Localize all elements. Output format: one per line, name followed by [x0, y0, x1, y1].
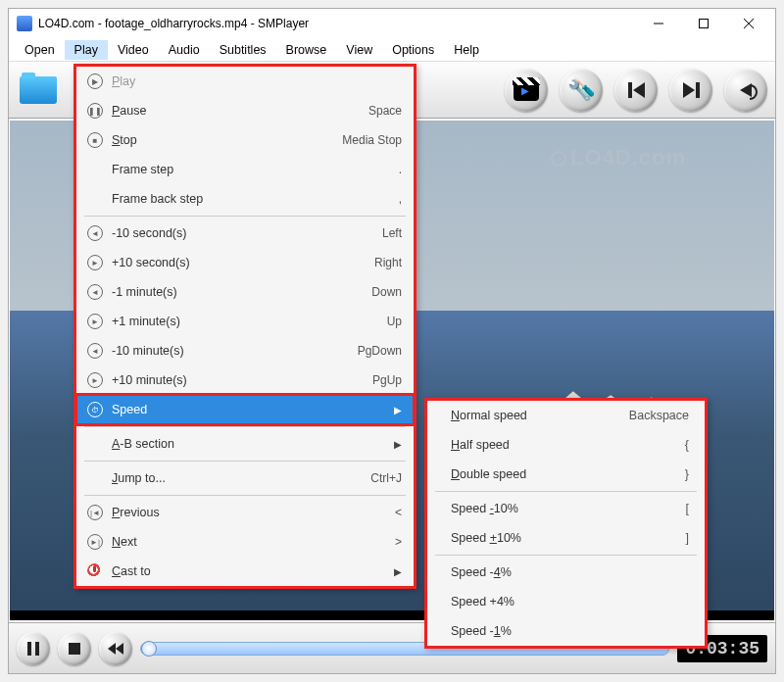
speed-speed-4-[interactable]: Speed +4%	[427, 587, 705, 616]
speed-speed-4-[interactable]: Speed -4%	[427, 558, 705, 587]
play-dropdown: ▶Play❚❚PauseSpace■StopMedia StopFrame st…	[74, 64, 416, 589]
pause-button[interactable]	[17, 632, 50, 665]
back-icon: ◄	[87, 343, 103, 359]
watermark: LO4D.com	[551, 145, 686, 170]
svg-rect-1	[700, 20, 709, 28]
menu-stop[interactable]: ■StopMedia Stop	[76, 125, 414, 155]
seek-thumb[interactable]	[141, 641, 157, 657]
menu-view[interactable]: View	[336, 40, 382, 60]
speed-half-speed[interactable]: Half speed{	[427, 430, 705, 460]
speed-speed-10-[interactable]: Speed -10%[	[427, 494, 705, 523]
folder-icon	[20, 76, 57, 104]
cast-icon	[87, 563, 103, 579]
fwd-icon: ►	[87, 255, 103, 270]
stop-icon: ■	[87, 132, 103, 148]
app-icon	[17, 16, 32, 31]
menu-open[interactable]: Open	[15, 40, 65, 60]
menu-play[interactable]: Play	[65, 40, 108, 60]
volume-button[interactable]	[724, 69, 767, 112]
titlebar: LO4D.com - footage_oldharryrocks.mp4 - S…	[9, 9, 775, 38]
window-title: LO4D.com - footage_oldharryrocks.mp4 - S…	[38, 17, 636, 30]
menu--1-minute-s-[interactable]: ►+1 minute(s)Up	[76, 307, 414, 336]
menu-help[interactable]: Help	[444, 40, 489, 60]
menu-browse[interactable]: Browse	[276, 40, 337, 60]
speed-speed-10-[interactable]: Speed +10%]	[427, 523, 705, 553]
menu--10-minute-s-[interactable]: ►+10 minute(s)PgUp	[76, 365, 414, 395]
menu-pause[interactable]: ❚❚PauseSpace	[76, 96, 414, 125]
prev-icon: |◄	[87, 505, 103, 520]
menu-jump-to-[interactable]: Jump to...Ctrl+J	[76, 463, 414, 493]
fwd-icon: ►	[87, 372, 103, 388]
back-icon: ◄	[87, 284, 103, 300]
menu--10-second-s-[interactable]: ►+10 second(s)Right	[76, 248, 414, 277]
menu--1-minute-s-[interactable]: ◄-1 minute(s)Down	[76, 277, 414, 307]
speed-double-speed[interactable]: Double speed}	[427, 460, 705, 489]
submenu-arrow-icon: ▶	[386, 566, 402, 577]
play-icon: ▶	[87, 73, 103, 89]
pause-icon: ❚❚	[87, 103, 103, 119]
pause-icon	[27, 642, 39, 656]
menu-cast-to[interactable]: Cast to▶	[76, 557, 414, 586]
skip-next-icon	[683, 82, 700, 98]
menu-frame-back-step[interactable]: Frame back step,	[76, 184, 414, 214]
fwd-icon: ►	[87, 314, 103, 329]
menu-previous[interactable]: |◄Previous<	[76, 498, 414, 527]
menu-speed[interactable]: ⏱ Speed ▶	[76, 395, 414, 424]
menu-play: ▶Play	[76, 67, 414, 96]
stop-icon	[69, 643, 80, 655]
menubar: Open Play Video Audio Subtitles Browse V…	[9, 38, 775, 62]
submenu-arrow-icon: ▶	[386, 405, 402, 415]
menu-options[interactable]: Options	[382, 40, 444, 60]
skip-previous-icon	[628, 82, 645, 98]
minimize-button[interactable]	[636, 9, 681, 38]
back-icon: ◄	[87, 225, 103, 241]
speed-submenu: Normal speedBackspaceHalf speed{Double s…	[424, 398, 708, 649]
maximize-button[interactable]	[681, 9, 726, 38]
menu-subtitles[interactable]: Subtitles	[210, 40, 276, 60]
preferences-button[interactable]	[560, 69, 603, 112]
close-button[interactable]	[726, 9, 771, 38]
speed-normal-speed[interactable]: Normal speedBackspace	[427, 401, 705, 430]
speed-icon: ⏱	[87, 402, 103, 417]
next-icon: ►|	[87, 534, 103, 550]
menu--10-second-s-[interactable]: ◄-10 second(s)Left	[76, 219, 414, 248]
rewind-icon	[108, 643, 123, 655]
speaker-icon	[740, 83, 752, 97]
menu-next[interactable]: ►|Next>	[76, 527, 414, 557]
menu-frame-step[interactable]: Frame step.	[76, 155, 414, 184]
menu-audio[interactable]: Audio	[159, 40, 210, 60]
next-button[interactable]	[669, 69, 712, 112]
submenu-arrow-icon: ▶	[386, 439, 402, 450]
tools-icon	[567, 76, 595, 104]
menu-video[interactable]: Video	[108, 40, 159, 60]
stop-button[interactable]	[58, 632, 91, 665]
clapperboard-icon	[514, 79, 539, 101]
media-library-button[interactable]	[505, 69, 548, 112]
app-window: LO4D.com - footage_oldharryrocks.mp4 - S…	[8, 8, 776, 674]
previous-button[interactable]	[614, 69, 658, 112]
open-file-button[interactable]	[17, 69, 60, 112]
menu-a-b-section[interactable]: A-B section▶	[76, 429, 414, 459]
speed-speed-1-[interactable]: Speed -1%	[427, 616, 705, 646]
rewind-button[interactable]	[99, 632, 132, 665]
menu--10-minute-s-[interactable]: ◄-10 minute(s)PgDown	[76, 336, 414, 365]
